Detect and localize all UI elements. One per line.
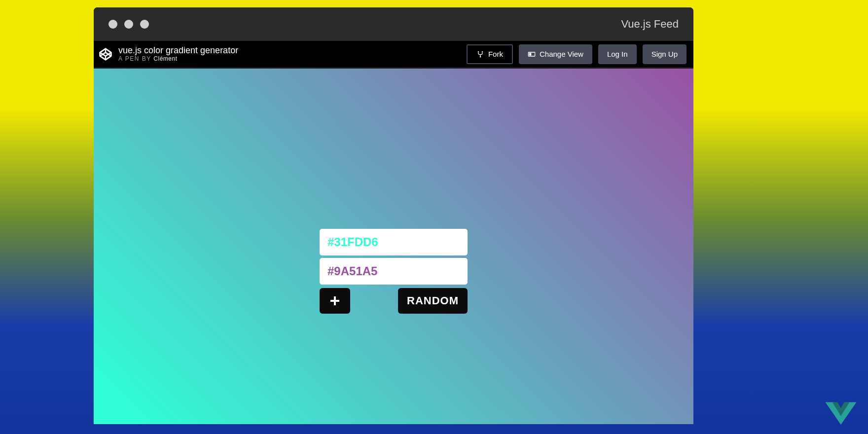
login-label: Log In bbox=[607, 50, 628, 58]
random-button[interactable]: RANDOM bbox=[398, 288, 468, 314]
vue-logo-icon bbox=[824, 399, 858, 429]
gradient-preview: RANDOM bbox=[94, 69, 693, 424]
login-button[interactable]: Log In bbox=[598, 44, 637, 64]
fork-button[interactable]: Fork bbox=[467, 44, 513, 64]
codepen-logo-icon bbox=[99, 47, 112, 61]
site-title: Vue.js Feed bbox=[621, 18, 679, 31]
window-close-dot[interactable] bbox=[108, 20, 117, 29]
window-min-dot[interactable] bbox=[124, 20, 133, 29]
pen-meta: vue.js color gradient generator A PEN BY… bbox=[118, 45, 461, 62]
color-row-0 bbox=[320, 229, 468, 255]
pen-author[interactable]: Clément bbox=[153, 55, 177, 62]
codepen-header: vue.js color gradient generator A PEN BY… bbox=[94, 41, 693, 69]
fork-icon bbox=[476, 50, 484, 58]
plus-icon bbox=[329, 295, 341, 307]
change-view-label: Change View bbox=[540, 50, 583, 58]
window-max-dot[interactable] bbox=[140, 20, 149, 29]
random-label: RANDOM bbox=[407, 294, 459, 307]
change-view-button[interactable]: Change View bbox=[519, 44, 592, 64]
layout-icon bbox=[528, 50, 536, 58]
add-color-button[interactable] bbox=[320, 288, 350, 314]
signup-button[interactable]: Sign Up bbox=[643, 44, 687, 64]
color-panel: RANDOM bbox=[320, 229, 468, 314]
pen-title: vue.js color gradient generator bbox=[118, 45, 461, 56]
fork-label: Fork bbox=[488, 50, 503, 58]
browser-window: Vue.js Feed vue.js color gradient genera… bbox=[94, 7, 693, 424]
browser-chrome: Vue.js Feed bbox=[94, 7, 693, 41]
pen-byline: A PEN BY Clément bbox=[118, 56, 461, 63]
signup-label: Sign Up bbox=[651, 50, 678, 58]
svg-rect-8 bbox=[529, 53, 532, 55]
color-input-1[interactable] bbox=[320, 258, 468, 285]
byline-prefix: A PEN BY bbox=[118, 55, 153, 62]
traffic-lights bbox=[108, 20, 149, 29]
color-row-1 bbox=[320, 258, 468, 285]
color-input-0[interactable] bbox=[320, 229, 468, 255]
action-row: RANDOM bbox=[320, 288, 468, 314]
